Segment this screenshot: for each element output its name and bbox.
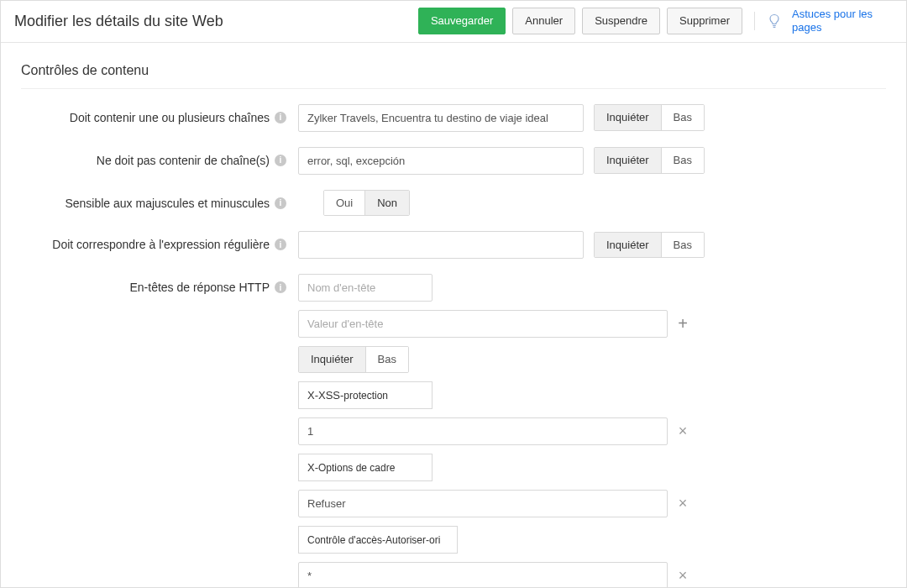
header-value-display[interactable] <box>298 562 668 588</box>
severity-worry[interactable]: Inquiéter <box>595 233 661 258</box>
divider <box>754 12 755 30</box>
regex-severity: Inquiéter Bas <box>594 232 705 259</box>
header-value-display[interactable] <box>298 490 668 517</box>
header-actions: Sauvegarder Annuler Suspendre Supprimer … <box>418 8 893 35</box>
severity-low[interactable]: Bas <box>661 148 704 173</box>
severity-low[interactable]: Bas <box>661 233 704 258</box>
row-http-headers: En-têtes de réponse HTTP i + Inquiéter B <box>21 274 886 588</box>
row-must-contain: Doit contenir une ou plusieurs chaînes i… <box>21 104 886 132</box>
add-header-icon[interactable]: + <box>674 314 691 333</box>
header-name-display[interactable]: X-XSS-protection <box>298 381 433 409</box>
case-yes[interactable]: Oui <box>324 191 364 216</box>
tips-link[interactable]: Astuces pour les pages <box>792 8 893 35</box>
must-contain-severity: Inquiéter Bas <box>594 104 705 131</box>
label-must-not-contain: Ne doit pas contenir de chaîne(s) i <box>21 147 298 167</box>
remove-header-icon[interactable]: × <box>674 495 691 512</box>
info-icon[interactable]: i <box>275 197 286 209</box>
row-case-sensitive: Sensible aux majuscules et minuscules i … <box>21 190 886 217</box>
case-no[interactable]: Non <box>364 191 409 216</box>
severity-worry[interactable]: Inquiéter <box>595 148 661 173</box>
info-icon[interactable]: i <box>275 155 286 166</box>
content: Contrôles de contenu Doit contenir une o… <box>1 43 906 589</box>
save-button[interactable]: Sauvegarder <box>418 8 506 34</box>
lightbulb-icon <box>768 13 780 29</box>
header-value-display[interactable] <box>298 417 668 445</box>
row-must-not-contain: Ne doit pas contenir de chaîne(s) i Inqu… <box>21 147 886 175</box>
header-severity: Inquiéter Bas <box>298 346 409 373</box>
remove-header-icon[interactable]: × <box>674 567 691 585</box>
label-http-headers: En-têtes de réponse HTTP i <box>21 274 298 294</box>
http-headers-column: + Inquiéter Bas X-XSS-protection × <box>298 274 691 588</box>
cancel-button[interactable]: Annuler <box>512 8 575 34</box>
info-icon[interactable]: i <box>275 239 286 250</box>
suspend-button[interactable]: Suspendre <box>582 8 660 34</box>
label-case-sensitive: Sensible aux majuscules et minuscules i <box>21 190 298 210</box>
must-contain-input[interactable] <box>298 104 584 132</box>
header-name-display[interactable]: X-Options de cadre <box>298 454 433 481</box>
section-title: Contrôles de contenu <box>21 63 886 89</box>
delete-button[interactable]: Supprimer <box>667 8 742 34</box>
regex-input[interactable] <box>298 231 584 259</box>
must-not-contain-severity: Inquiéter Bas <box>594 147 705 174</box>
row-regex: Doit correspondre à l'expression réguliè… <box>21 231 886 259</box>
severity-worry[interactable]: Inquiéter <box>299 347 365 372</box>
must-not-contain-input[interactable] <box>298 147 584 175</box>
info-icon[interactable]: i <box>275 112 286 123</box>
page-title: Modifier les détails du site Web <box>14 13 418 30</box>
header-value-input[interactable] <box>298 310 668 338</box>
info-icon[interactable]: i <box>275 281 286 293</box>
header-name-display[interactable]: Contrôle d'accès-Autoriser-ori <box>298 526 458 554</box>
severity-low[interactable]: Bas <box>365 347 408 372</box>
severity-worry[interactable]: Inquiéter <box>595 105 661 130</box>
label-regex: Doit correspondre à l'expression réguliè… <box>21 231 298 251</box>
header-name-input[interactable] <box>298 274 433 302</box>
remove-header-icon[interactable]: × <box>674 423 691 440</box>
label-must-contain: Doit contenir une ou plusieurs chaînes i <box>21 104 298 124</box>
case-sensitive-toggle: Oui Non <box>323 190 410 217</box>
page-header: Modifier les détails du site Web Sauvega… <box>1 1 906 43</box>
severity-low[interactable]: Bas <box>661 105 704 130</box>
